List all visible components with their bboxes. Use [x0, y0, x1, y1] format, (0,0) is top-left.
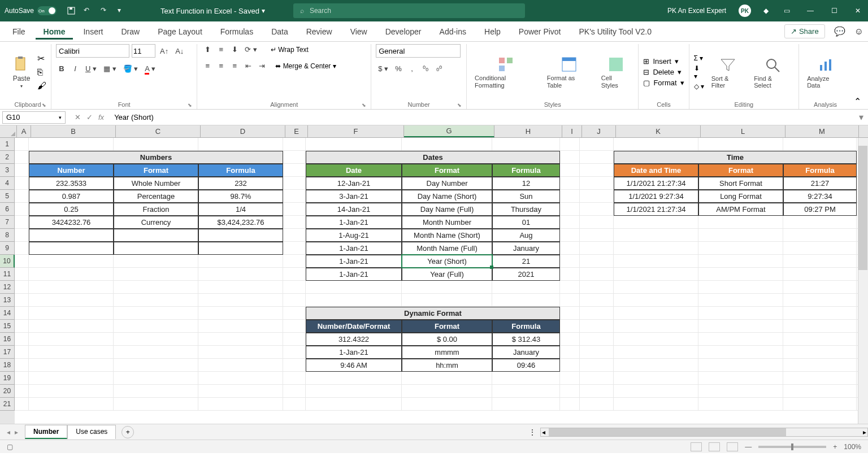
font-color-button[interactable]: A ▾ [142, 63, 158, 74]
zoom-in-icon[interactable]: + [833, 443, 837, 451]
cell[interactable]: Day Name (Short) [402, 190, 492, 203]
cell[interactable]: 12 [492, 177, 560, 190]
comments-icon[interactable]: 💬 [834, 26, 845, 37]
cell[interactable] [29, 320, 114, 333]
cell[interactable] [15, 216, 29, 229]
cell[interactable] [783, 359, 857, 372]
tab-view[interactable]: View [342, 24, 375, 40]
cell[interactable]: Month Number [402, 216, 492, 229]
cell[interactable]: Numbers [29, 151, 283, 164]
add-sheet-button[interactable]: + [121, 426, 134, 438]
cell[interactable] [580, 307, 614, 320]
cell[interactable] [580, 255, 614, 268]
row-header[interactable]: 9 [0, 242, 15, 255]
cell[interactable] [198, 346, 283, 359]
cell[interactable]: Sun [492, 190, 560, 203]
cell[interactable] [114, 268, 198, 281]
cell[interactable] [580, 359, 614, 372]
cell[interactable] [15, 333, 29, 346]
clear-button[interactable]: ◇ ▾ [694, 82, 705, 90]
cell[interactable] [29, 398, 114, 411]
column-header[interactable]: G [404, 125, 494, 137]
horizontal-scrollbar[interactable]: ◂ ▸ [540, 428, 868, 437]
find-select-button[interactable]: Find & Select [750, 54, 794, 91]
cell[interactable] [29, 372, 114, 385]
cell[interactable] [580, 229, 614, 242]
undo-icon[interactable]: ↶ [84, 6, 93, 15]
format-table-button[interactable]: Format as Table [544, 53, 594, 90]
cell[interactable] [560, 359, 580, 372]
cell[interactable]: Currency [114, 216, 198, 229]
percent-icon[interactable]: % [393, 63, 404, 74]
column-header[interactable]: D [201, 125, 285, 137]
cell[interactable] [560, 255, 580, 268]
cell[interactable] [783, 242, 857, 255]
cell[interactable] [15, 203, 29, 216]
cell[interactable] [580, 398, 614, 411]
cell[interactable] [29, 333, 114, 346]
sort-filter-button[interactable]: Sort & Filter [708, 54, 748, 91]
cell[interactable] [198, 385, 283, 398]
cell[interactable] [283, 372, 306, 385]
comma-icon[interactable]: , [406, 63, 418, 74]
zoom-level[interactable]: 100% [844, 443, 861, 451]
cell[interactable] [560, 203, 580, 216]
autosave-toggle[interactable]: AutoSave On [5, 6, 57, 15]
cell[interactable]: Format [698, 164, 783, 177]
expand-formula-icon[interactable]: ▾ [854, 112, 868, 123]
title-dropdown-icon[interactable]: ▾ [262, 7, 265, 15]
cell[interactable] [560, 138, 580, 151]
cell[interactable] [560, 177, 580, 190]
cell[interactable]: Time [614, 151, 857, 164]
cell[interactable]: 01 [492, 216, 560, 229]
cell[interactable] [198, 320, 283, 333]
fill-color-button[interactable]: 🪣 ▾ [121, 63, 141, 74]
row-header[interactable]: 6 [0, 203, 15, 216]
cell[interactable] [698, 229, 783, 242]
cell[interactable] [15, 151, 29, 164]
cell[interactable] [29, 138, 114, 151]
cell[interactable]: Month Name (Full) [402, 242, 492, 255]
cell[interactable] [306, 385, 402, 398]
cell[interactable]: 1-Aug-21 [306, 229, 402, 242]
cell[interactable] [283, 359, 306, 372]
cell[interactable]: Fraction [114, 203, 198, 216]
tab-draw[interactable]: Draw [113, 24, 147, 40]
cell[interactable] [29, 385, 114, 398]
cell[interactable]: Year (Short) [402, 255, 492, 268]
cell[interactable]: 09:27 PM [783, 203, 857, 216]
cell[interactable]: Month Name (Short) [402, 229, 492, 242]
cell[interactable] [783, 372, 857, 385]
row-header[interactable]: 15 [0, 320, 15, 333]
cell[interactable] [15, 307, 29, 320]
cell[interactable] [783, 216, 857, 229]
cell[interactable] [560, 281, 580, 294]
cell[interactable]: 1-Jan-21 [306, 268, 402, 281]
cell[interactable] [492, 385, 560, 398]
cell[interactable] [198, 138, 283, 151]
cell[interactable] [15, 359, 29, 372]
cell[interactable] [560, 229, 580, 242]
cell[interactable] [614, 307, 698, 320]
cell[interactable]: 0.25 [29, 203, 114, 216]
cell[interactable] [198, 281, 283, 294]
cell[interactable]: 3424232.76 [29, 216, 114, 229]
cell[interactable] [698, 216, 783, 229]
cell[interactable] [29, 359, 114, 372]
cell[interactable] [783, 398, 857, 411]
cell[interactable]: 2021 [492, 268, 560, 281]
cell[interactable]: Formula [492, 320, 560, 333]
cell[interactable] [306, 138, 402, 151]
cell[interactable]: Year (Full) [402, 268, 492, 281]
row-header[interactable]: 10 [0, 255, 15, 268]
cell[interactable] [698, 242, 783, 255]
column-header[interactable]: F [308, 125, 404, 137]
cell[interactable] [580, 242, 614, 255]
formula-input[interactable]: Year (Short) [111, 113, 854, 121]
cell[interactable] [198, 307, 283, 320]
align-middle-icon[interactable]: ≡ [215, 44, 227, 55]
cell[interactable] [580, 333, 614, 346]
cell[interactable]: Format [402, 164, 492, 177]
bold-button[interactable]: B [56, 63, 67, 74]
cell[interactable]: $ 312.43 [492, 333, 560, 346]
